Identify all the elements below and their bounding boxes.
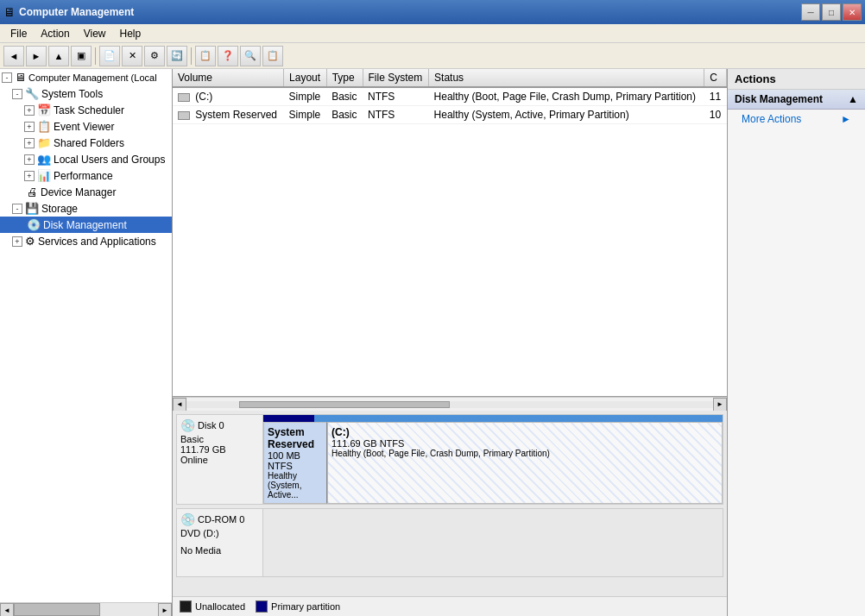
menu-action[interactable]: Action bbox=[34, 26, 76, 41]
tree-shared-folders[interactable]: + 📁 Shared Folders bbox=[0, 135, 172, 151]
export-button[interactable]: 📋 bbox=[195, 46, 216, 66]
tree-scroll-right[interactable]: ► bbox=[158, 603, 172, 616]
more-actions-label: More Actions bbox=[742, 113, 801, 125]
col-layout: Layout bbox=[284, 69, 327, 87]
show-hide-button[interactable]: ▣ bbox=[71, 46, 92, 66]
back-button[interactable]: ◄ bbox=[3, 46, 24, 66]
table-scroll-track[interactable] bbox=[186, 401, 713, 408]
disk-0-parts-row: System Reserved 100 MB NTFS Healthy (Sys… bbox=[263, 422, 723, 504]
tree-task-scheduler[interactable]: + 📅 Task Scheduler bbox=[0, 102, 172, 118]
tree-local-users-label: Local Users and Groups bbox=[54, 154, 165, 166]
cdrom-0-label: 💿 CD-ROM 0 DVD (D:) No Media bbox=[177, 509, 263, 576]
tree-device-manager-label: Device Manager bbox=[41, 186, 116, 198]
properties-button[interactable]: ⚙ bbox=[144, 46, 165, 66]
tree-disk-management-label: Disk Management bbox=[43, 219, 127, 231]
maximize-button[interactable]: □ bbox=[822, 3, 841, 21]
tree-disk-management[interactable]: 💿 Disk Management bbox=[0, 217, 172, 233]
tree-hscroll[interactable]: ◄ ► bbox=[0, 602, 172, 616]
window-title: Computer Management bbox=[19, 6, 798, 18]
disk-0-partitions: System Reserved 100 MB NTFS Healthy (Sys… bbox=[263, 415, 723, 504]
actions-panel: Actions Disk Management ▲ More Actions ► bbox=[727, 69, 865, 616]
storage-expand[interactable]: - bbox=[12, 204, 22, 214]
actions-header: Actions bbox=[728, 69, 865, 90]
task-scheduler-expand[interactable]: + bbox=[24, 105, 35, 116]
help-button[interactable]: ❓ bbox=[218, 46, 238, 66]
computer-icon: 🖥 bbox=[15, 71, 26, 84]
minimize-button[interactable]: ─ bbox=[801, 3, 820, 21]
volume-table-area: Volume Layout Type File System Status C bbox=[173, 69, 727, 397]
cdrom-0-name: CD-ROM 0 bbox=[198, 514, 244, 525]
close-button[interactable]: ✕ bbox=[843, 3, 862, 21]
tree-performance-label: Performance bbox=[54, 170, 113, 182]
refresh-button[interactable]: 🔄 bbox=[167, 46, 187, 66]
root-expand[interactable]: - bbox=[2, 72, 12, 83]
col-status: Status bbox=[429, 69, 704, 87]
services-expand[interactable]: + bbox=[12, 236, 22, 247]
delete-button[interactable]: ✕ bbox=[122, 46, 142, 66]
disk-0-c-drive[interactable]: (C:) 111.69 GB NTFS Healthy (Boot, Page … bbox=[327, 422, 723, 504]
event-viewer-expand[interactable]: + bbox=[24, 122, 35, 132]
tree-scroll-left[interactable]: ◄ bbox=[0, 603, 14, 616]
filter-button[interactable]: 📋 bbox=[262, 46, 283, 66]
cell-volume: System Reserved bbox=[173, 106, 284, 124]
system-tools-icon: 🔧 bbox=[25, 87, 39, 100]
actions-disk-management-section[interactable]: Disk Management ▲ bbox=[728, 90, 865, 110]
disk-0-type: Basic bbox=[180, 434, 259, 444]
tree-local-users[interactable]: + 👥 Local Users and Groups bbox=[0, 151, 172, 167]
tree-scroll-track[interactable] bbox=[14, 603, 158, 616]
new-button[interactable]: 📄 bbox=[99, 46, 120, 66]
tree-device-manager[interactable]: 🖨 Device Manager bbox=[0, 184, 172, 200]
disk-0-bar-primary bbox=[314, 415, 723, 422]
tree-root-label: Computer Management (Local bbox=[28, 72, 157, 83]
system-reserved-name: System Reserved bbox=[268, 426, 323, 450]
content-area: Volume Layout Type File System Status C bbox=[173, 69, 727, 616]
tree-shared-folders-label: Shared Folders bbox=[54, 137, 124, 149]
tree-performance[interactable]: + 📊 Performance bbox=[0, 167, 172, 184]
c-drive-name: (C:) bbox=[331, 426, 718, 438]
disk-0-system-reserved[interactable]: System Reserved 100 MB NTFS Healthy (Sys… bbox=[263, 422, 327, 504]
c-drive-status: Healthy (Boot, Page File, Crash Dump, Pr… bbox=[331, 449, 718, 458]
main-container: - 🖥 Computer Management (Local - 🔧 Syste… bbox=[0, 69, 865, 616]
menu-help[interactable]: Help bbox=[113, 26, 148, 41]
table-row[interactable]: (C:) Simple Basic NTFS Healthy (Boot, Pa… bbox=[173, 87, 727, 106]
disk-0-bar-system bbox=[263, 415, 314, 422]
cdrom-0-status: No Media bbox=[180, 545, 259, 556]
cdrom-0-content bbox=[263, 509, 723, 576]
table-scroll-right[interactable]: ► bbox=[713, 398, 727, 412]
disk-area: 💿 Disk 0 Basic 111.79 GB Online bbox=[173, 411, 727, 596]
disk-0-label: 💿 Disk 0 Basic 111.79 GB Online bbox=[177, 415, 263, 504]
tree-root[interactable]: - 🖥 Computer Management (Local bbox=[0, 69, 172, 85]
search-button[interactable]: 🔍 bbox=[240, 46, 261, 66]
tree-task-scheduler-label: Task Scheduler bbox=[54, 104, 124, 116]
disk-0-status: Online bbox=[180, 455, 259, 465]
table-scroll-left[interactable]: ◄ bbox=[173, 398, 186, 412]
forward-button[interactable]: ► bbox=[26, 46, 47, 66]
tree-storage[interactable]: - 💾 Storage bbox=[0, 200, 172, 217]
menu-file[interactable]: File bbox=[3, 26, 34, 41]
performance-expand[interactable]: + bbox=[24, 171, 35, 181]
actions-more-actions[interactable]: More Actions ► bbox=[728, 110, 865, 129]
event-viewer-icon: 📋 bbox=[37, 120, 51, 133]
local-users-expand[interactable]: + bbox=[24, 154, 35, 165]
toolbar: ◄ ► ▲ ▣ 📄 ✕ ⚙ 🔄 📋 ❓ 🔍 📋 bbox=[0, 43, 865, 69]
col-volume: Volume bbox=[173, 69, 284, 87]
cell-status: Healthy (System, Active, Primary Partiti… bbox=[429, 106, 704, 124]
tree-scroll-thumb[interactable] bbox=[14, 603, 100, 616]
tree-event-viewer[interactable]: + 📋 Event Viewer bbox=[0, 118, 172, 135]
tree-system-tools[interactable]: - 🔧 System Tools bbox=[0, 85, 172, 102]
cell-fs: NTFS bbox=[363, 87, 429, 106]
table-row[interactable]: System Reserved Simple Basic NTFS Health… bbox=[173, 106, 727, 124]
cell-layout: Simple bbox=[284, 106, 327, 124]
tree-services[interactable]: + ⚙ Services and Applications bbox=[0, 233, 172, 249]
table-scroll-thumb[interactable] bbox=[239, 401, 450, 408]
cell-fs: NTFS bbox=[363, 106, 429, 124]
disk-0-icon: 💿 bbox=[180, 418, 195, 432]
toolbar-sep-1 bbox=[95, 47, 96, 65]
shared-folders-expand[interactable]: + bbox=[24, 138, 35, 148]
up-button[interactable]: ▲ bbox=[48, 46, 69, 66]
storage-icon: 💾 bbox=[25, 202, 39, 215]
actions-disk-management-title: Disk Management bbox=[735, 93, 823, 105]
system-tools-expand[interactable]: - bbox=[12, 89, 22, 99]
menu-view[interactable]: View bbox=[77, 26, 113, 41]
table-hscroll[interactable]: ◄ ► bbox=[173, 397, 727, 411]
